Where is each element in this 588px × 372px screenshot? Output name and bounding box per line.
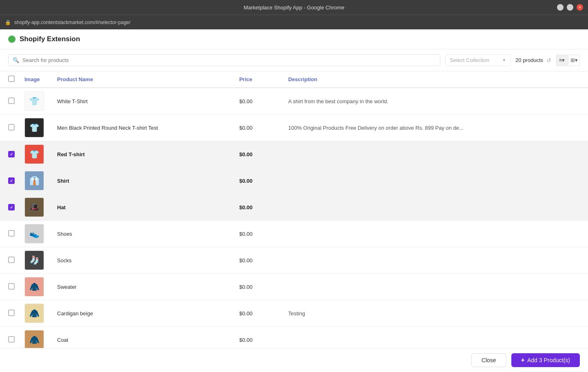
product-name: Red T-shirt — [57, 151, 85, 157]
row-description-cell: 100% Original Products Free Delivery on … — [283, 115, 588, 141]
row-checkbox[interactable] — [8, 257, 15, 263]
row-checkbox[interactable] — [8, 204, 15, 210]
description-header: Description — [283, 71, 588, 88]
product-description: Testing — [288, 310, 305, 317]
row-image-cell: 🧥 — [20, 274, 52, 300]
row-description-cell: A shirt from the best company in the wor… — [283, 88, 588, 115]
footer: Close Add 3 Product(s) — [0, 348, 588, 372]
row-description-cell — [283, 327, 588, 348]
product-image: 👕 — [24, 144, 44, 164]
row-name-cell: Red T-shirt — [52, 141, 234, 168]
row-checkbox[interactable] — [8, 177, 15, 184]
product-image: 🎩 — [24, 197, 44, 217]
reset-icon[interactable]: ↺ — [546, 57, 551, 64]
product-price: $0.00 — [239, 337, 253, 343]
product-description: A shirt from the best company in the wor… — [288, 98, 389, 104]
product-price: $0.00 — [239, 204, 253, 210]
product-price: $0.00 — [239, 151, 253, 157]
row-image-cell: 👔 — [20, 168, 52, 194]
row-name-cell: Socks — [52, 247, 234, 274]
row-image-cell: 👟 — [20, 221, 52, 247]
table-row: 🧥 Sweater $0.00 — [0, 274, 588, 300]
row-description-cell — [283, 274, 588, 300]
view-toggle: ≡▾ ⊞▾ — [556, 55, 580, 66]
row-checkbox-cell[interactable] — [0, 274, 20, 300]
row-checkbox-cell[interactable] — [0, 247, 20, 274]
row-checkbox[interactable] — [8, 124, 15, 131]
row-checkbox-cell[interactable] — [0, 88, 20, 115]
row-name-cell: Coat — [52, 327, 234, 348]
minimize-button[interactable] — [557, 4, 564, 11]
price-header: Price — [234, 71, 283, 88]
row-checkbox[interactable] — [8, 151, 15, 157]
row-name-cell: Hat — [52, 194, 234, 221]
row-checkbox-cell[interactable] — [0, 300, 20, 327]
row-checkbox[interactable] — [8, 230, 15, 237]
product-name: Hat — [57, 204, 66, 210]
collection-select[interactable]: Select Collection ▼ — [445, 54, 511, 66]
row-image-cell: 👕 — [20, 141, 52, 168]
search-input[interactable] — [22, 57, 436, 63]
product-image: 👕 — [24, 118, 44, 137]
row-checkbox-cell[interactable] — [0, 115, 20, 141]
product-price: $0.00 — [239, 125, 253, 131]
row-checkbox[interactable] — [8, 336, 15, 343]
row-description-cell — [283, 194, 588, 221]
row-image-cell: 👕 — [20, 88, 52, 115]
row-description-cell: Testing — [283, 300, 588, 327]
grid-view-button[interactable]: ⊞▾ — [568, 55, 580, 66]
table-row: 👔 Shirt $0.00 — [0, 168, 588, 194]
row-image-cell: 🎩 — [20, 194, 52, 221]
products-table-container: Image Product Name Price Description 👕 W… — [0, 71, 588, 348]
table-row: 👕 White T-Shirt $0.00 A shirt from the b… — [0, 88, 588, 115]
row-name-cell: Sweater — [52, 274, 234, 300]
chevron-down-icon: ▼ — [502, 58, 506, 62]
products-count-wrapper: 20 products ↺ — [515, 57, 551, 64]
product-image: 👟 — [24, 224, 44, 244]
product-name: Shoes — [57, 231, 72, 237]
product-name: Sweater — [57, 284, 77, 290]
row-checkbox-cell[interactable] — [0, 221, 20, 247]
window-controls — [557, 4, 583, 11]
products-table: Image Product Name Price Description 👕 W… — [0, 71, 588, 348]
select-all-header[interactable] — [0, 71, 20, 88]
row-price-cell: $0.00 — [234, 247, 283, 274]
row-checkbox-cell[interactable] — [0, 168, 20, 194]
row-checkbox[interactable] — [8, 283, 15, 290]
product-name: Men Black Printed Round Neck T-shirt Tes… — [57, 125, 158, 131]
row-image-cell: 🧥 — [20, 327, 52, 348]
product-image: 🧥 — [24, 277, 44, 297]
close-window-button[interactable] — [577, 4, 583, 11]
maximize-button[interactable] — [567, 4, 573, 11]
row-checkbox[interactable] — [8, 310, 15, 316]
close-button[interactable]: Close — [471, 353, 506, 367]
row-price-cell: $0.00 — [234, 274, 283, 300]
row-checkbox-cell[interactable] — [0, 194, 20, 221]
row-price-cell: $0.00 — [234, 115, 283, 141]
row-description-cell — [283, 247, 588, 274]
product-image: 🧥 — [24, 330, 44, 348]
table-row: 🧦 Socks $0.00 — [0, 247, 588, 274]
search-wrapper: 🔍 — [8, 54, 440, 66]
row-image-cell: 👕 — [20, 115, 52, 141]
row-price-cell: $0.00 — [234, 194, 283, 221]
product-name: Cardigan beige — [57, 310, 93, 317]
row-checkbox-cell[interactable] — [0, 327, 20, 348]
list-view-button[interactable]: ≡▾ — [556, 55, 568, 66]
row-checkbox[interactable] — [8, 97, 15, 104]
row-name-cell: White T-Shirt — [52, 88, 234, 115]
lock-icon: 🔒 — [5, 20, 11, 25]
address-bar: 🔒 shopify-app.contentstackmarket.com/#/s… — [0, 15, 588, 29]
title-bar: Marketplace Shopify App - Google Chrome — [0, 0, 588, 15]
select-all-checkbox[interactable] — [8, 75, 15, 82]
product-name: Shirt — [57, 178, 69, 184]
product-description: 100% Original Products Free Delivery on … — [288, 125, 464, 131]
add-products-button[interactable]: Add 3 Product(s) — [511, 353, 580, 367]
row-checkbox-cell[interactable] — [0, 141, 20, 168]
table-row: 🧥 Cardigan beige $0.00 Testing — [0, 300, 588, 327]
table-row: 👕 Men Black Printed Round Neck T-shirt T… — [0, 115, 588, 141]
row-name-cell: Cardigan beige — [52, 300, 234, 327]
row-description-cell — [283, 221, 588, 247]
products-count-label: 20 products — [515, 57, 543, 63]
product-price: $0.00 — [239, 98, 253, 104]
